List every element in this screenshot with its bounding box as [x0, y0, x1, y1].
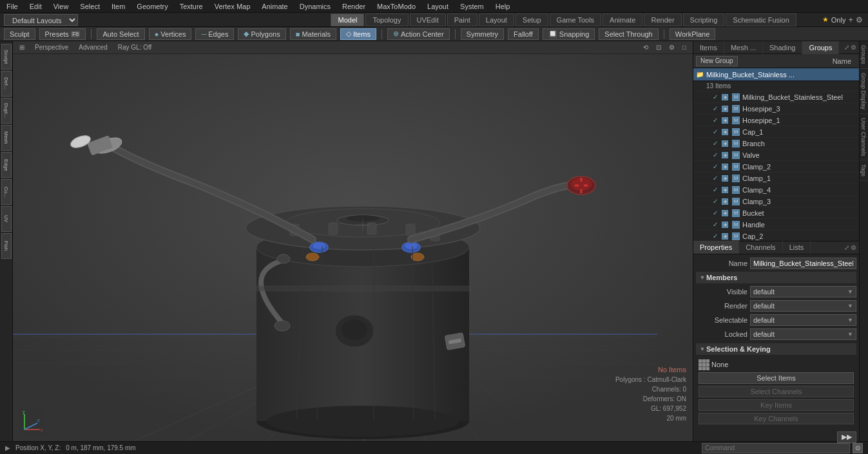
- layout-tab-setup[interactable]: Setup: [516, 14, 548, 26]
- viewport-canvas[interactable]: No Items Polygons : Catmull-Clark Channe…: [13, 54, 693, 441]
- vtab-group-display[interactable]: Group Display: [860, 69, 868, 114]
- tree-item-2[interactable]: ✓ ◈ M Hosepipe_1: [693, 115, 859, 126]
- layout-tab-model[interactable]: Model: [331, 14, 364, 26]
- select-through-button[interactable]: Select Through: [599, 28, 658, 40]
- sidebar-edge-poly[interactable]: Edge: [1, 152, 12, 178]
- name-prop-input[interactable]: [750, 258, 856, 269]
- render-dropdown[interactable]: default ▼: [750, 300, 856, 312]
- menu-item-edit[interactable]: Edit: [27, 3, 44, 10]
- menu-item-select[interactable]: Select: [77, 3, 102, 10]
- plus-icon[interactable]: +: [848, 15, 853, 24]
- layout-tab-topology[interactable]: Topology: [365, 14, 408, 26]
- settings-icon[interactable]: ⚙: [856, 15, 863, 24]
- vtab-groups[interactable]: Groups: [860, 41, 868, 69]
- tree-item-0[interactable]: ✓ ◈ M Milking_Bucket_Stainless_Steel: [693, 91, 859, 103]
- menu-item-view[interactable]: View: [51, 3, 72, 10]
- tree-item-10[interactable]: ✓ ◈ M Bucket: [693, 207, 859, 219]
- edges-button[interactable]: ─ Edges: [195, 28, 234, 40]
- tree-item-11[interactable]: ✓ ◈ M Handle: [693, 219, 859, 231]
- key-items-button[interactable]: Key Items: [699, 399, 854, 411]
- expand-props-icon[interactable]: ⤢: [844, 244, 849, 251]
- vp-ray-gl[interactable]: Ray GL: Off: [115, 44, 155, 51]
- menu-item-maxtomodo[interactable]: MaxToModo: [374, 3, 418, 10]
- layout-selector[interactable]: Default Layouts: [4, 14, 78, 26]
- sidebar-def[interactable]: Def...: [1, 71, 12, 97]
- workplane-button[interactable]: WorkPlane: [670, 28, 716, 40]
- select-channels-button[interactable]: Select Channels: [699, 386, 854, 397]
- vp-advanced[interactable]: Advanced: [76, 44, 110, 51]
- menu-item-system[interactable]: System: [458, 3, 487, 10]
- menu-item-layout[interactable]: Layout: [425, 3, 451, 10]
- auto-select-button[interactable]: Auto Select: [97, 28, 144, 40]
- sidebar-fish[interactable]: Fish: [1, 233, 12, 259]
- sidebar-sculpt[interactable]: Sculpt: [1, 44, 12, 70]
- menu-item-geometry[interactable]: Geometry: [134, 3, 170, 10]
- materials-button[interactable]: ■ Materials: [290, 28, 336, 40]
- viewport[interactable]: ⊞ Perspective Advanced Ray GL: Off ⟲ ⊡ ⚙…: [13, 41, 693, 441]
- vp-expand[interactable]: ⊞: [17, 44, 27, 51]
- menu-item-dynamics[interactable]: Dynamics: [297, 3, 333, 10]
- polygons-button[interactable]: ◆ Polygons: [238, 28, 285, 40]
- vp-settings[interactable]: ⚙: [666, 44, 677, 51]
- layout-tab-layout[interactable]: Layout: [479, 14, 514, 26]
- items-button[interactable]: ◇ Items: [340, 28, 376, 40]
- rtab-properties[interactable]: Properties: [693, 241, 739, 254]
- members-section-header[interactable]: ▼ Members: [696, 272, 856, 283]
- layout-tab-animate[interactable]: Animate: [603, 14, 642, 26]
- sculpt-button[interactable]: Sculpt: [4, 28, 35, 40]
- settings-props-icon[interactable]: ⚙: [851, 244, 856, 251]
- command-input[interactable]: [702, 443, 850, 453]
- sidebar-mesh[interactable]: Mesh: [1, 125, 12, 151]
- vertices-button[interactable]: ● Vertices: [149, 28, 192, 40]
- menu-item-file[interactable]: File: [4, 3, 21, 10]
- visible-dropdown[interactable]: default ▼: [750, 286, 856, 298]
- tree-item-5[interactable]: ✓ ◈ M Valve: [693, 149, 859, 161]
- tree-item-12[interactable]: ✓ ◈ M Cap_2: [693, 231, 859, 241]
- action-center-button[interactable]: ⊕ Action Center: [387, 28, 450, 40]
- rtab-channels[interactable]: Channels: [739, 241, 782, 254]
- key-channels-button[interactable]: Key Channels: [699, 413, 854, 424]
- vp-controls[interactable]: ⟲: [641, 44, 651, 51]
- falloff-button[interactable]: Falloff: [508, 28, 539, 40]
- layout-tab-paint[interactable]: Paint: [447, 14, 477, 26]
- tree-item-7[interactable]: ✓ ◈ M Clamp_1: [693, 173, 859, 184]
- layout-tab-gametools[interactable]: Game Tools: [550, 14, 602, 26]
- layout-tab-schematic[interactable]: Schematic Fusion: [726, 14, 796, 26]
- tree-item-3[interactable]: ✓ ◈ M Cap_1: [693, 126, 859, 138]
- sel-keying-section-header[interactable]: ▼ Selection & Keying: [696, 343, 856, 355]
- sidebar-uv[interactable]: UV: [1, 206, 12, 232]
- tree-item-8[interactable]: ✓ ◈ M Clamp_4: [693, 184, 859, 196]
- menu-item-vertexmap[interactable]: Vertex Map: [212, 3, 253, 10]
- forward-button[interactable]: ▶▶: [837, 431, 856, 443]
- layout-tab-scripting[interactable]: Scripting: [683, 14, 725, 26]
- selectable-dropdown[interactable]: default ▼: [750, 314, 856, 326]
- tree-item-4[interactable]: ✓ ◈ M Branch: [693, 138, 859, 149]
- rtab-lists[interactable]: Lists: [783, 241, 811, 254]
- tree-item-1[interactable]: ✓ ◈ M Hosepipe_3: [693, 103, 859, 115]
- menu-item-item[interactable]: Item: [109, 3, 128, 10]
- command-submit-button[interactable]: ⊙: [853, 443, 863, 453]
- tree-item-9[interactable]: ✓ ◈ M Clamp_3: [693, 196, 859, 207]
- vtab-user-channels[interactable]: User Channels: [860, 114, 868, 161]
- tree-item-6[interactable]: ✓ ◈ M Clamp_2: [693, 161, 859, 173]
- sidebar-duplic[interactable]: Dupl...: [1, 98, 12, 124]
- rtab-items[interactable]: Items: [693, 41, 724, 54]
- menu-item-help[interactable]: Help: [493, 3, 513, 10]
- rtab-mesh[interactable]: Mesh ...: [724, 41, 763, 54]
- select-items-button[interactable]: Select Items: [699, 372, 854, 384]
- sidebar-cu[interactable]: Cu...: [1, 179, 12, 205]
- vp-maximize[interactable]: □: [680, 44, 689, 51]
- snapping-button[interactable]: 🔲 Snapping: [543, 28, 595, 40]
- rtab-groups[interactable]: Groups: [802, 41, 839, 54]
- vp-zoom-fit[interactable]: ⊡: [653, 44, 664, 51]
- expand-icon[interactable]: ⤢: [844, 44, 849, 51]
- menu-item-texture[interactable]: Texture: [177, 3, 206, 10]
- menu-item-animate[interactable]: Animate: [259, 3, 290, 10]
- group-root-row[interactable]: 📁 Milking_Bucket_Stainless ...: [693, 68, 859, 81]
- presets-button[interactable]: Presets F8: [39, 28, 86, 40]
- new-group-button[interactable]: New Group: [696, 56, 738, 66]
- rtab-shading[interactable]: Shading: [763, 41, 802, 54]
- layout-tab-render[interactable]: Render: [644, 14, 681, 26]
- layout-tab-uvedit[interactable]: UVEdit: [410, 14, 446, 26]
- settings-icon[interactable]: ⚙: [851, 44, 856, 51]
